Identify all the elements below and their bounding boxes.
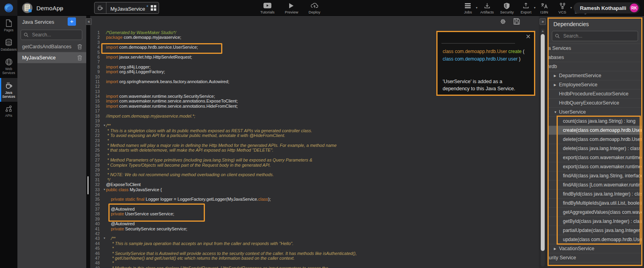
dependency-tree-node[interactable]: ▶VacationService bbox=[547, 244, 642, 253]
code-line[interactable]: 15import com.wavemaker.runtime.service.a… bbox=[90, 99, 539, 103]
code-line[interactable]: 32@ExposeToClient bbox=[90, 182, 539, 187]
code-line[interactable]: 49 * Methods in this class can declare H… bbox=[90, 266, 539, 268]
code-line[interactable]: 23 * bbox=[90, 138, 539, 143]
dependency-method-item[interactable]: partialUpdate(class java.lang.Integer, j… bbox=[547, 226, 642, 235]
open-file-tab[interactable]: MyJavaService* bbox=[94, 2, 159, 14]
close-icon[interactable]: ✕ bbox=[526, 33, 531, 40]
code-line[interactable]: 41 private SecurityService securityServi… bbox=[90, 226, 539, 231]
export-button[interactable]: Export ▾ bbox=[520, 2, 532, 14]
rail-item-java-services[interactable]: Java Services bbox=[0, 78, 17, 102]
code-line[interactable]: 21 * This is a singleton class with all … bbox=[90, 128, 539, 133]
chevron-down-icon[interactable]: ⌄ bbox=[57, 5, 64, 11]
artifacts-button[interactable]: Artifacts bbox=[480, 2, 494, 14]
code-line[interactable]: 36 bbox=[90, 202, 539, 207]
rail-item-web-services[interactable]: Web Services bbox=[0, 55, 17, 78]
code-line[interactable]: 37 @Autowired bbox=[90, 207, 539, 211]
chevron-collapsed-icon[interactable]: ▶ bbox=[554, 245, 559, 253]
dependencies-search-input[interactable] bbox=[552, 31, 638, 41]
dependency-method-item[interactable]: findByMultipleIds(java.util.List, boolea… bbox=[547, 199, 642, 208]
rail-item-apis[interactable]: APIs bbox=[0, 102, 17, 121]
code-line[interactable]: 29 * bbox=[90, 167, 539, 172]
code-line[interactable]: 47 * getUserName() and getUserId() etc w… bbox=[90, 256, 539, 260]
dependency-tree-node[interactable]: ▼UserService bbox=[547, 108, 642, 117]
user-menu[interactable]: Ramesh Kothapalli RK bbox=[574, 2, 640, 13]
code-line[interactable]: 48 * bbox=[90, 260, 539, 265]
dependency-tree-node[interactable]: ▶EmployeeService bbox=[547, 80, 642, 89]
code-line[interactable]: 38 private UserService userService; bbox=[90, 211, 539, 216]
code-line[interactable]: 30 * NOTE: We do not recommend using met… bbox=[90, 172, 539, 177]
dependency-method-item[interactable]: getById(class java.lang.Integer) : class… bbox=[547, 217, 642, 226]
delete-icon[interactable] bbox=[77, 55, 82, 61]
dependency-method-item[interactable]: findAll(class [Lcom.wavemaker.runtime.da… bbox=[547, 181, 642, 190]
scrollbar-up-arrow[interactable]: ▲ bbox=[540, 29, 545, 33]
code-line[interactable]: 28 * Complex Types/Objects will become p… bbox=[90, 163, 539, 167]
code-line[interactable]: 33public class MyJavaService { bbox=[90, 187, 539, 192]
dependency-method-item[interactable]: delete(class com.demoapp.hrdb.User) : vo… bbox=[547, 135, 642, 144]
dependency-method-item[interactable]: export(class com.wavemaker.runtime.data.… bbox=[547, 153, 642, 162]
code-line[interactable]: 25 * that starts with delete/remove, wil… bbox=[90, 148, 539, 152]
dependency-method-item[interactable]: update(class com.demoapp.hrdb.User) : cl… bbox=[547, 235, 642, 244]
expand-right-panel-button[interactable]: » bbox=[540, 18, 546, 25]
service-list-item[interactable]: MyJavaService bbox=[17, 52, 86, 63]
dependency-method-item[interactable]: getAggregatedValues(class com.wavemaker.… bbox=[547, 208, 642, 217]
code-line[interactable]: 19 bbox=[90, 118, 539, 123]
tutorials-button[interactable]: Tutorials bbox=[260, 2, 275, 14]
dependency-tree-node[interactable]: Databases bbox=[547, 53, 642, 62]
vcs-button[interactable]: VCS ▾ bbox=[557, 2, 568, 14]
panel-splitter[interactable] bbox=[86, 16, 90, 268]
code-line[interactable]: 24 * Method names will play a major role… bbox=[90, 143, 539, 148]
code-line[interactable]: 46 * SecurityService that is Autowired w… bbox=[90, 251, 539, 256]
dependency-tree-node[interactable]: HrdbQueryExecutorService bbox=[547, 99, 642, 108]
rail-item-databases[interactable]: Databases bbox=[0, 35, 17, 55]
code-line[interactable]: 20/** bbox=[90, 123, 539, 128]
i18n-button[interactable]: I18N bbox=[538, 2, 550, 14]
collapse-left-panel-button[interactable]: « bbox=[86, 18, 92, 25]
dependency-method-item[interactable]: findAll(class java.lang.String, interfac… bbox=[547, 171, 642, 181]
dependency-method-item[interactable]: export(class com.wavemaker.runtime.data.… bbox=[547, 162, 642, 171]
code-line[interactable]: 17 bbox=[90, 108, 539, 113]
dependency-method-item[interactable]: findById(class java.lang.Integer) : clas… bbox=[547, 190, 642, 199]
code-line[interactable]: 43 /** bbox=[90, 236, 539, 241]
chevron-collapsed-icon[interactable]: ▶ bbox=[554, 81, 559, 89]
splitter-scrollbar-thumb[interactable] bbox=[87, 176, 89, 194]
delete-icon[interactable] bbox=[77, 44, 82, 49]
jobs-button[interactable]: Jobs ▾ bbox=[462, 2, 474, 14]
dependency-tree-node[interactable]: Security Service bbox=[547, 253, 642, 262]
editor-settings-gear-icon[interactable] bbox=[500, 18, 506, 25]
code-line[interactable]: 39 bbox=[90, 217, 539, 221]
dependency-tree-node[interactable]: hrdb bbox=[547, 62, 642, 71]
code-line[interactable]: 31 */ bbox=[90, 177, 539, 182]
wavemaker-logo[interactable] bbox=[0, 0, 17, 16]
code-line[interactable]: 18//import com.demoapp.myjavaservice.mod… bbox=[90, 114, 539, 118]
chevron-collapsed-icon[interactable]: ▶ bbox=[554, 72, 559, 80]
dependency-tree-node[interactable]: ▶DepartmentService bbox=[547, 71, 642, 80]
save-icon[interactable] bbox=[513, 18, 520, 25]
code-line[interactable]: 42 bbox=[90, 231, 539, 236]
dependency-method-item[interactable]: count(class java.lang.String) : long bbox=[547, 117, 642, 126]
chevron-down-icon[interactable]: ▾ bbox=[534, 6, 536, 10]
code-line[interactable]: 27 * Method Parameters of type primitive… bbox=[90, 158, 539, 162]
code-line[interactable]: 26 * bbox=[90, 153, 539, 158]
chevron-down-icon[interactable]: ▾ bbox=[476, 6, 477, 10]
code-line[interactable]: 22 * To avoid exposing an API for a part… bbox=[90, 133, 539, 138]
preview-button[interactable]: Preview bbox=[285, 2, 298, 14]
editor-scrollbar-thumb[interactable] bbox=[541, 34, 545, 251]
code-line[interactable]: 40 @Autowired bbox=[90, 221, 539, 226]
service-search-input[interactable] bbox=[21, 30, 82, 40]
dependency-tree-node[interactable]: Java Services bbox=[547, 44, 642, 53]
code-line[interactable]: 34 bbox=[90, 192, 539, 197]
security-button[interactable]: Security bbox=[500, 2, 513, 14]
code-line[interactable]: 35 private static final Logger logger = … bbox=[90, 197, 539, 201]
code-line[interactable]: 45 * bbox=[90, 246, 539, 251]
dependency-method-item[interactable]: create(class com.demoapp.hrdb.User) : cl… bbox=[547, 126, 642, 135]
deploy-button[interactable]: Deploy bbox=[309, 2, 320, 14]
code-line[interactable]: 16import com.wavemaker.runtime.service.a… bbox=[90, 104, 539, 108]
dependency-tree-node[interactable]: HrdbProcedureExecutorService bbox=[547, 89, 642, 99]
service-list-item[interactable]: getCardsAndBalances bbox=[17, 41, 86, 52]
grid-view-icon[interactable] bbox=[148, 5, 159, 11]
rail-item-pages[interactable]: Pages bbox=[0, 16, 17, 35]
dependency-method-item[interactable]: delete(class java.lang.Integer) : class … bbox=[547, 144, 642, 153]
add-service-button[interactable]: + bbox=[68, 17, 76, 26]
chevron-down-icon[interactable]: ▾ bbox=[570, 6, 572, 10]
chevron-expanded-icon[interactable]: ▼ bbox=[554, 108, 559, 117]
